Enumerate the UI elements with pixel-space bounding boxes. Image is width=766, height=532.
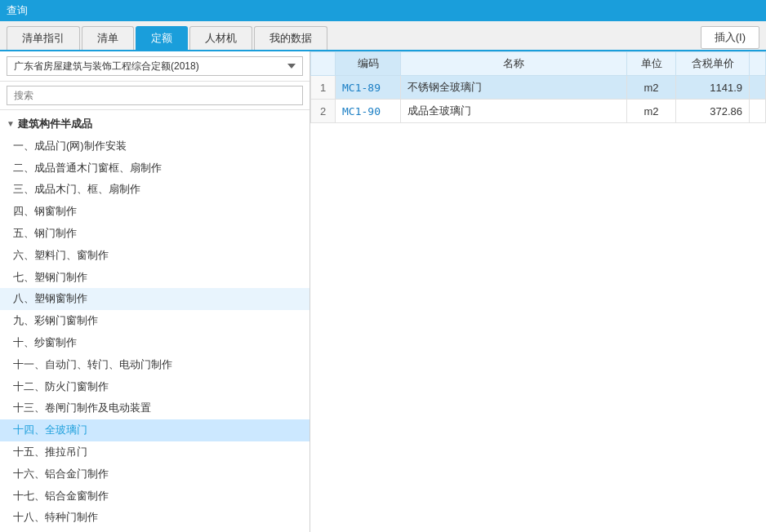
dropdown-container: 广东省房屋建筑与装饰工程综合定额(2018) xyxy=(0,51,310,82)
row-code-1: MC1-89 xyxy=(336,76,401,100)
col-header-rownum xyxy=(311,52,336,76)
left-panel: 广东省房屋建筑与装饰工程综合定额(2018) ▼ 建筑构件半成品 一、成品门(网… xyxy=(0,51,310,532)
title-text: 查询 xyxy=(7,3,28,18)
row-price-1: 1141.9 xyxy=(676,76,750,100)
col-header-tax-price: 含税单价 xyxy=(676,52,750,76)
row-price-2: 372.86 xyxy=(676,100,750,123)
row-name-2: 成品全玻璃门 xyxy=(401,100,627,123)
tab-bar: 清单指引 清单 定额 人材机 我的数据 插入(I) xyxy=(0,21,766,51)
tree-item-12[interactable]: 十二、防火门窗制作 xyxy=(0,376,310,398)
row-num-1: 1 xyxy=(311,76,336,100)
tree-item-19[interactable]: 十九、钢腹共板门窗制作 xyxy=(0,529,310,532)
tree-item-6[interactable]: 六、塑料门、窗制作 xyxy=(0,245,310,267)
search-container xyxy=(0,82,310,110)
row-extra-2 xyxy=(750,100,766,123)
tree-item-17[interactable]: 十七、铝合金窗制作 xyxy=(0,485,310,508)
tree-root-arrow: ▼ xyxy=(7,117,15,131)
row-extra-1 xyxy=(750,76,766,100)
tree-item-1[interactable]: 一、成品门(网)制作安装 xyxy=(0,135,310,157)
tree-container: ▼ 建筑构件半成品 一、成品门(网)制作安装 二、成品普通木门窗框、扇制作 三、… xyxy=(0,110,310,532)
table-row[interactable]: 1 MC1-89 不锈钢全玻璃门 m2 1141.9 xyxy=(311,76,766,100)
tree-item-2[interactable]: 二、成品普通木门窗框、扇制作 xyxy=(0,157,310,180)
tree-root[interactable]: ▼ 建筑构件半成品 xyxy=(0,113,310,135)
tree-item-18[interactable]: 十八、特种门制作 xyxy=(0,507,310,529)
tab-list-guide[interactable]: 清单指引 xyxy=(7,26,80,50)
data-table: 编码 名称 单位 含税单价 1 MC1-89 不锈钢全玻璃门 m2 xyxy=(310,51,766,123)
insert-button[interactable]: 插入(I) xyxy=(701,26,759,49)
tree-item-5[interactable]: 五、钢门制作 xyxy=(0,223,310,245)
tab-list[interactable]: 清单 xyxy=(82,26,134,50)
tree-item-9[interactable]: 九、彩钢门窗制作 xyxy=(0,310,310,332)
row-name-1: 不锈钢全玻璃门 xyxy=(401,76,627,100)
table-wrapper: 编码 名称 单位 含税单价 1 MC1-89 不锈钢全玻璃门 m2 xyxy=(310,51,766,532)
tree-item-13[interactable]: 十三、卷闸门制作及电动装置 xyxy=(0,397,310,419)
col-header-name: 名称 xyxy=(401,52,627,76)
tree-root-label: 建筑构件半成品 xyxy=(18,116,92,133)
row-unit-1: m2 xyxy=(627,76,676,100)
row-code-2: MC1-90 xyxy=(336,100,401,123)
tree-item-14[interactable]: 十四、全玻璃门 xyxy=(0,419,310,441)
col-header-unit: 单位 xyxy=(627,52,676,76)
row-unit-2: m2 xyxy=(627,100,676,123)
tree-item-3[interactable]: 三、成品木门、框、扇制作 xyxy=(0,179,310,201)
quota-dropdown[interactable]: 广东省房屋建筑与装饰工程综合定额(2018) xyxy=(7,56,303,76)
tab-quota[interactable]: 定额 xyxy=(136,26,188,50)
tree-item-4[interactable]: 四、钢窗制作 xyxy=(0,201,310,223)
tab-labor[interactable]: 人材机 xyxy=(189,26,252,50)
table-row[interactable]: 2 MC1-90 成品全玻璃门 m2 372.86 xyxy=(311,100,766,123)
title-bar: 查询 xyxy=(0,0,766,21)
tree-item-16[interactable]: 十六、铝合金门制作 xyxy=(0,463,310,485)
right-panel: 编码 名称 单位 含税单价 1 MC1-89 不锈钢全玻璃门 m2 xyxy=(310,51,766,532)
tree-item-15[interactable]: 十五、推拉吊门 xyxy=(0,441,310,463)
tree-item-10[interactable]: 十、纱窗制作 xyxy=(0,332,310,354)
col-header-extra xyxy=(750,52,766,76)
main-container: 清单指引 清单 定额 人材机 我的数据 插入(I) 广东省房屋建筑与装饰工程综合… xyxy=(0,21,766,532)
tree-item-11[interactable]: 十一、自动门、转门、电动门制作 xyxy=(0,354,310,376)
row-num-2: 2 xyxy=(311,100,336,123)
tree-item-7[interactable]: 七、塑钢门制作 xyxy=(0,267,310,289)
content-area: 广东省房屋建筑与装饰工程综合定额(2018) ▼ 建筑构件半成品 一、成品门(网… xyxy=(0,51,766,532)
tab-my-data[interactable]: 我的数据 xyxy=(254,26,327,50)
col-header-code: 编码 xyxy=(336,52,401,76)
tree-item-8[interactable]: 八、塑钢窗制作 xyxy=(0,288,310,310)
search-input[interactable] xyxy=(7,86,303,105)
